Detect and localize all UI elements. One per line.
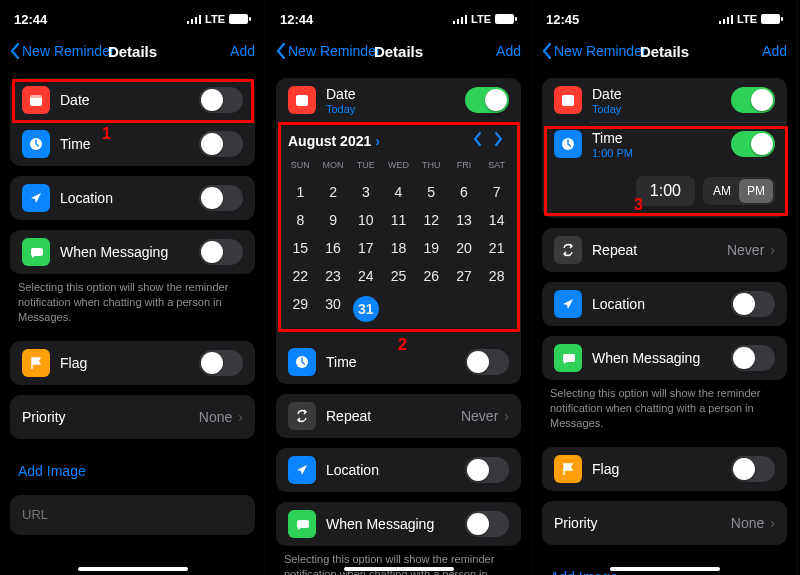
time-toggle[interactable] [199, 131, 243, 157]
calendar-day[interactable]: 9 [317, 206, 350, 234]
calendar-day[interactable]: 23 [317, 262, 350, 290]
add-image-button[interactable]: Add Image [10, 449, 255, 495]
calendar-day[interactable]: 24 [349, 262, 382, 290]
calendar-day[interactable]: 25 [382, 262, 415, 290]
calendar-day[interactable]: 8 [284, 206, 317, 234]
flag-toggle[interactable] [199, 350, 243, 376]
location-toggle[interactable] [199, 185, 243, 211]
messaging-toggle[interactable] [731, 345, 775, 371]
row-messaging[interactable]: When Messaging [10, 230, 255, 274]
calendar-day[interactable]: 2 [317, 178, 350, 206]
screen-3: 12:45 LTE New Reminder Details Add Date … [532, 0, 798, 575]
calendar-day[interactable]: 5 [415, 178, 448, 206]
location-toggle[interactable] [731, 291, 775, 317]
calendar-day[interactable]: 7 [480, 178, 513, 206]
row-priority[interactable]: Priority None › [10, 395, 255, 439]
row-messaging[interactable]: When Messaging [276, 502, 521, 546]
calendar-day[interactable]: 22 [284, 262, 317, 290]
nav-title: Details [374, 43, 423, 60]
calendar-day[interactable]: 19 [415, 234, 448, 262]
calendar-prev[interactable] [467, 132, 488, 150]
date-toggle[interactable] [199, 87, 243, 113]
calendar-day[interactable]: 29 [284, 290, 317, 328]
row-flag[interactable]: Flag [542, 447, 787, 491]
back-button[interactable]: New Reminder [542, 43, 647, 59]
am-option[interactable]: AM [705, 179, 739, 203]
calendar-day[interactable]: 30 [317, 290, 350, 328]
calendar-day[interactable]: 21 [480, 234, 513, 262]
svg-rect-20 [731, 15, 733, 24]
calendar-day[interactable]: 10 [349, 206, 382, 234]
date-toggle[interactable] [465, 87, 509, 113]
messaging-toggle[interactable] [465, 511, 509, 537]
calendar-day[interactable]: 17 [349, 234, 382, 262]
row-date[interactable]: Date [10, 78, 255, 122]
add-button[interactable]: Add [496, 43, 521, 59]
home-indicator[interactable] [344, 567, 454, 571]
row-flag[interactable]: Flag [10, 341, 255, 385]
back-button[interactable]: New Reminder [276, 43, 381, 59]
location-label: Location [60, 190, 199, 206]
date-toggle[interactable] [731, 87, 775, 113]
row-repeat[interactable]: Repeat Never › [276, 394, 521, 438]
ampm-picker[interactable]: AM PM [703, 177, 775, 205]
calendar-day[interactable]: 13 [448, 206, 481, 234]
calendar-day[interactable]: 6 [448, 178, 481, 206]
calendar-day[interactable]: 12 [415, 206, 448, 234]
back-label: New Reminder [288, 43, 381, 59]
pm-option[interactable]: PM [739, 179, 773, 203]
calendar-day[interactable]: 3 [349, 178, 382, 206]
calendar-day[interactable]: 4 [382, 178, 415, 206]
calendar-day[interactable]: 15 [284, 234, 317, 262]
calendar-dow: SUN [284, 156, 317, 178]
row-time[interactable]: Time [10, 122, 255, 166]
calendar-day[interactable]: 16 [317, 234, 350, 262]
flag-toggle[interactable] [731, 456, 775, 482]
calendar-day[interactable]: 1 [284, 178, 317, 206]
svg-rect-0 [187, 21, 189, 24]
signal-icon [453, 14, 467, 24]
time-toggle[interactable] [465, 349, 509, 375]
row-location[interactable]: Location [10, 176, 255, 220]
add-image-button[interactable]: Add Image [542, 555, 787, 575]
battery-icon [495, 14, 517, 24]
row-repeat[interactable]: Repeat Never › [542, 228, 787, 272]
row-url[interactable] [10, 495, 255, 535]
calendar-day[interactable]: 26 [415, 262, 448, 290]
add-button[interactable]: Add [230, 43, 255, 59]
row-location[interactable]: Location [276, 448, 521, 492]
location-toggle[interactable] [465, 457, 509, 483]
row-date[interactable]: Date Today [276, 78, 521, 122]
calendar-day[interactable]: 18 [382, 234, 415, 262]
add-button[interactable]: Add [762, 43, 787, 59]
time-toggle[interactable] [731, 131, 775, 157]
calendar-day[interactable]: 11 [382, 206, 415, 234]
calendar-day[interactable]: 28 [480, 262, 513, 290]
calendar-next[interactable] [488, 132, 509, 150]
messaging-toggle[interactable] [199, 239, 243, 265]
row-location[interactable]: Location [542, 282, 787, 326]
home-indicator[interactable] [78, 567, 188, 571]
nav-title: Details [640, 43, 689, 60]
row-priority[interactable]: Priority None › [542, 501, 787, 545]
calendar-day[interactable]: 27 [448, 262, 481, 290]
url-input[interactable] [22, 507, 243, 522]
home-indicator[interactable] [610, 567, 720, 571]
calendar-grid[interactable]: SUNMONTUEWEDTHUFRISAT1234567891011121314… [276, 156, 521, 340]
back-button[interactable]: New Reminder [10, 43, 115, 59]
time-value[interactable]: 1:00 [636, 176, 695, 206]
svg-rect-3 [199, 15, 201, 24]
messages-icon [22, 238, 50, 266]
chevron-left-icon [542, 43, 552, 59]
svg-rect-10 [457, 19, 459, 24]
calendar-dow: WED [382, 156, 415, 178]
calendar-title[interactable]: August 2021 › [288, 133, 467, 149]
row-date[interactable]: Date Today [542, 78, 787, 122]
svg-rect-23 [562, 95, 574, 106]
row-time[interactable]: Time 1:00 PM [542, 122, 787, 166]
calendar-day[interactable]: 31 [349, 290, 382, 328]
row-messaging[interactable]: When Messaging [542, 336, 787, 380]
calendar-day[interactable]: 14 [480, 206, 513, 234]
calendar-day[interactable]: 20 [448, 234, 481, 262]
clock-icon [288, 348, 316, 376]
